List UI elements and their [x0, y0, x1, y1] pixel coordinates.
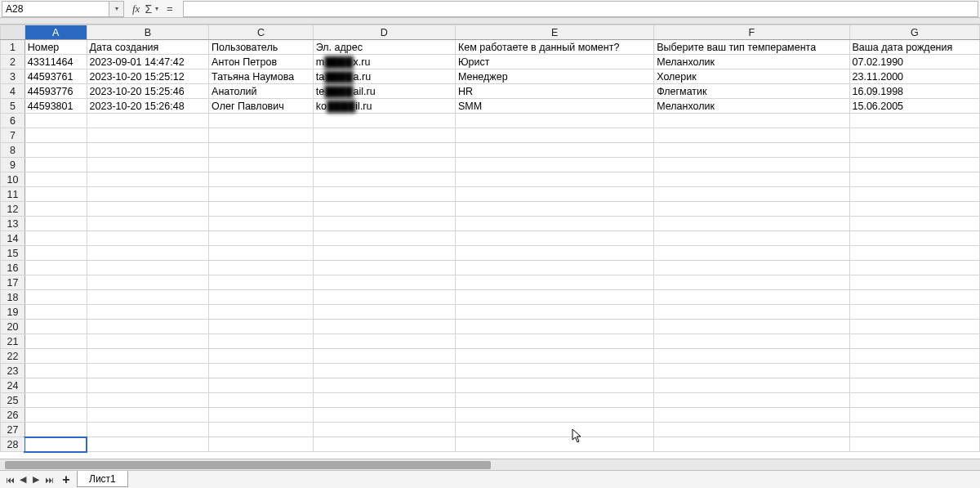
cell-G9[interactable]: [849, 158, 980, 172]
cell-B28[interactable]: [87, 437, 209, 452]
cell-F16[interactable]: [654, 261, 849, 275]
cell-A9[interactable]: [24, 158, 87, 172]
cell-D9[interactable]: [313, 158, 455, 172]
cell-A16[interactable]: [24, 261, 87, 275]
cell-D14[interactable]: [313, 231, 455, 246]
cell-A12[interactable]: [24, 202, 87, 217]
cell-F19[interactable]: [654, 305, 849, 320]
cell-G27[interactable]: [849, 423, 980, 437]
cell-G18[interactable]: [849, 290, 980, 305]
cell-C2[interactable]: Антон Петров: [209, 55, 314, 69]
cell-C16[interactable]: [209, 261, 314, 275]
cell-F27[interactable]: [654, 423, 849, 437]
row-header[interactable]: 23: [1, 364, 25, 378]
cell-G21[interactable]: [849, 334, 980, 349]
cell-D4[interactable]: te████ail.ru: [313, 84, 455, 99]
cell-B22[interactable]: [87, 349, 209, 364]
row-header[interactable]: 11: [1, 187, 25, 202]
cell-E19[interactable]: [455, 305, 653, 320]
cell-D3[interactable]: ta████a.ru: [313, 69, 455, 84]
cell-D12[interactable]: [313, 202, 455, 217]
cell-C1[interactable]: Пользователь: [209, 40, 314, 55]
cell-A15[interactable]: [24, 246, 87, 261]
cell-A18[interactable]: [24, 290, 87, 305]
col-header-E[interactable]: E: [455, 25, 653, 40]
cell-C24[interactable]: [209, 378, 314, 393]
cell-A22[interactable]: [24, 349, 87, 364]
cell-C27[interactable]: [209, 423, 314, 437]
row-header[interactable]: 22: [1, 349, 25, 364]
sheet-tab-active[interactable]: Лист1: [77, 471, 128, 487]
cell-B12[interactable]: [87, 202, 209, 217]
cell-A19[interactable]: [24, 305, 87, 320]
cell-A7[interactable]: [24, 128, 87, 143]
cell-F2[interactable]: Меланхолик: [654, 55, 849, 69]
cell-A4[interactable]: 44593776: [24, 84, 87, 99]
cell-G7[interactable]: [849, 128, 980, 143]
cell-C7[interactable]: [209, 128, 314, 143]
cell-A24[interactable]: [24, 378, 87, 393]
cell-G10[interactable]: [849, 172, 980, 187]
cell-E17[interactable]: [455, 275, 653, 290]
cell-E1[interactable]: Кем работаете в данный момент?: [455, 40, 653, 55]
cell-C17[interactable]: [209, 275, 314, 290]
cell-F17[interactable]: [654, 275, 849, 290]
cell-B26[interactable]: [87, 408, 209, 423]
cell-C23[interactable]: [209, 364, 314, 378]
cell-B15[interactable]: [87, 246, 209, 261]
cell-F12[interactable]: [654, 202, 849, 217]
cell-C8[interactable]: [209, 143, 314, 158]
cell-C28[interactable]: [209, 437, 314, 452]
cell-C11[interactable]: [209, 187, 314, 202]
cell-G12[interactable]: [849, 202, 980, 217]
horizontal-scrollbar[interactable]: [0, 459, 980, 470]
cell-F8[interactable]: [654, 143, 849, 158]
cell-A28[interactable]: [24, 437, 87, 452]
cell-B2[interactable]: 2023-09-01 14:47:42: [87, 55, 209, 69]
cell-G11[interactable]: [849, 187, 980, 202]
cell-B19[interactable]: [87, 305, 209, 320]
cell-B25[interactable]: [87, 393, 209, 408]
row-header[interactable]: 16: [1, 261, 25, 275]
cell-B13[interactable]: [87, 217, 209, 231]
cell-E10[interactable]: [455, 172, 653, 187]
cell-F6[interactable]: [654, 114, 849, 128]
cell-E8[interactable]: [455, 143, 653, 158]
cell-D26[interactable]: [313, 408, 455, 423]
cell-F24[interactable]: [654, 378, 849, 393]
cell-D16[interactable]: [313, 261, 455, 275]
tab-nav-next[interactable]: ▶: [29, 473, 42, 486]
cell-A17[interactable]: [24, 275, 87, 290]
cell-F21[interactable]: [654, 334, 849, 349]
name-box[interactable]: A28: [2, 1, 109, 17]
cell-D19[interactable]: [313, 305, 455, 320]
scrollbar-thumb[interactable]: [5, 461, 491, 469]
cell-B27[interactable]: [87, 423, 209, 437]
cell-C15[interactable]: [209, 246, 314, 261]
cell-B18[interactable]: [87, 290, 209, 305]
cell-D15[interactable]: [313, 246, 455, 261]
cell-F25[interactable]: [654, 393, 849, 408]
cell-C25[interactable]: [209, 393, 314, 408]
cell-E22[interactable]: [455, 349, 653, 364]
cell-D13[interactable]: [313, 217, 455, 231]
cell-F9[interactable]: [654, 158, 849, 172]
cell-G14[interactable]: [849, 231, 980, 246]
cell-D10[interactable]: [313, 172, 455, 187]
row-header[interactable]: 25: [1, 393, 25, 408]
col-header-G[interactable]: G: [849, 25, 980, 40]
cell-G23[interactable]: [849, 364, 980, 378]
cell-C22[interactable]: [209, 349, 314, 364]
cell-A21[interactable]: [24, 334, 87, 349]
cell-A26[interactable]: [24, 408, 87, 423]
row-header[interactable]: 7: [1, 128, 25, 143]
cell-F20[interactable]: [654, 320, 849, 334]
cell-G1[interactable]: Ваша дата рождения: [849, 40, 980, 55]
row-header[interactable]: 3: [1, 69, 25, 84]
cell-A10[interactable]: [24, 172, 87, 187]
col-header-D[interactable]: D: [313, 25, 455, 40]
cell-D1[interactable]: Эл. адрес: [313, 40, 455, 55]
cell-B17[interactable]: [87, 275, 209, 290]
cell-G6[interactable]: [849, 114, 980, 128]
row-header[interactable]: 1: [1, 40, 25, 55]
